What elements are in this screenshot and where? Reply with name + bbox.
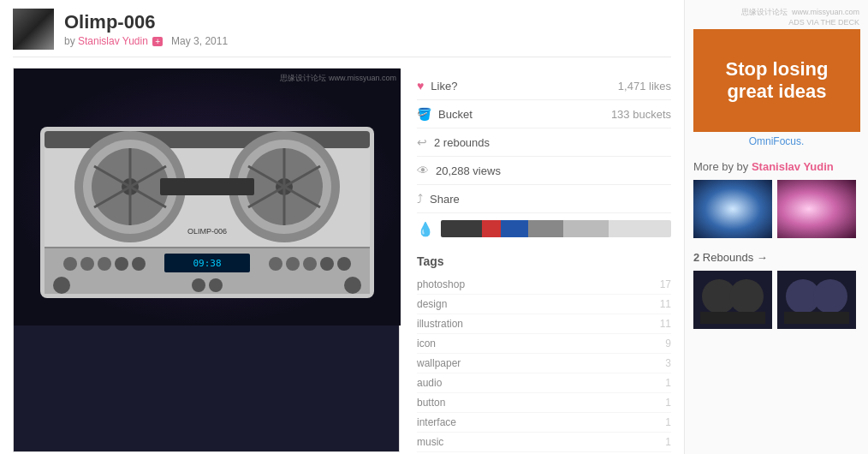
tag-link[interactable]: photoshop [417,278,465,290]
ad-image[interactable]: Stop losing great ideas [693,29,860,132]
share-button[interactable]: Share [430,193,460,206]
shot-date: May 3, 2011 [171,35,228,47]
tag-count: 17 [660,278,671,290]
svg-point-35 [209,278,223,292]
shot-title: Olimp-006 [64,11,671,33]
recorder-svg: 09:38 [27,75,387,320]
bucket-icon: 🪣 [417,107,431,121]
tag-row: icon9 [417,334,671,354]
svg-point-26 [132,257,146,271]
tag-row: audio1 [417,373,671,393]
like-row: ♥ Like? 1,471 likes [417,72,671,100]
more-by-title: More by by Stanislav Yudin [693,160,859,173]
more-by-author[interactable]: Stanislav Yudin [752,160,834,173]
shot-image[interactable]: 09:38 [14,69,401,326]
svg-point-43 [813,279,847,314]
tag-link[interactable]: icon [417,338,436,349]
svg-rect-19 [45,247,370,248]
rebound-thumb-1[interactable] [693,271,772,329]
tag-link[interactable]: design [417,298,447,310]
rebound-svg-1 [693,271,772,329]
rebounds-title: 2 Rebounds → [693,251,859,264]
more-by-section: More by by Stanislav Yudin [693,160,859,238]
svg-point-28 [286,257,300,271]
bucket-button[interactable]: Bucket [438,108,473,121]
heart-icon: ♥ [417,79,424,93]
rebounds-count: 2 [693,251,699,264]
tag-count: 3 [665,357,671,369]
svg-point-39 [729,279,764,314]
tag-link[interactable]: interface [417,416,456,428]
tags-section: Tags photoshop17design11illustration11ic… [417,254,671,452]
main-column: Olimp-006 by Stanislav Yudin + May 3, 20… [0,0,684,454]
color-swatch-bar [441,220,671,237]
views-row: 👁 20,288 views [417,157,671,185]
share-icon: ⤴ [417,192,423,206]
like-action: ♥ Like? [417,79,457,93]
watermark: 思缘设计论坛 www.missyuan.com [280,73,396,84]
more-thumbnails [693,180,859,238]
ad-text: Stop losing great ideas [693,50,860,112]
shot-icon [13,9,54,50]
like-count: 1,471 likes [618,80,671,93]
tags-container: photoshop17design11illustration11icon9wa… [417,275,671,452]
svg-text:09:38: 09:38 [193,258,221,269]
share-row: ⤴ Share [417,185,671,213]
swatch-4 [528,220,562,237]
shot-title-block: Olimp-006 by Stanislav Yudin + May 3, 20… [64,11,671,47]
drop-icon: 💧 [417,221,434,237]
svg-text:OLIMP-006: OLIMP-006 [187,227,227,236]
tag-count: 1 [665,416,671,428]
tags-title: Tags [417,254,671,268]
svg-point-30 [320,257,334,271]
views-icon: 👁 [417,164,429,177]
rebound-thumb-2[interactable] [777,271,856,329]
tag-link[interactable]: illustration [417,318,463,330]
svg-point-31 [337,257,351,271]
color-palette-row: 💧 [417,213,671,244]
svg-point-29 [303,257,317,271]
bucket-count: 133 buckets [611,108,671,121]
shot-header: Olimp-006 by Stanislav Yudin + May 3, 20… [13,9,671,57]
tag-link[interactable]: music [417,436,443,448]
tag-link[interactable]: wallpaper [417,357,461,369]
svg-point-27 [269,257,282,271]
more-thumb-2[interactable] [777,180,856,238]
rebound-svg-2 [777,271,856,329]
tag-count: 11 [660,318,671,330]
swatch-2 [482,220,501,237]
share-action: ⤴ Share [417,192,460,206]
rebounds-link[interactable]: 2 rebounds [434,136,490,149]
tag-count: 11 [660,298,671,310]
tag-row: button1 [417,393,671,413]
views-action: 👁 20,288 views [417,164,501,177]
more-thumb-1[interactable] [693,180,772,238]
tag-row: interface1 [417,413,671,433]
ad-header: 思缘设计论坛 www.missyuan.comADS VIA THE DECK [693,7,859,27]
bucket-action: 🪣 Bucket [417,107,473,121]
shot-meta: by Stanislav Yudin + May 3, 2011 [64,35,671,47]
svg-rect-40 [700,312,765,324]
like-button[interactable]: Like? [431,80,457,93]
ad-block: 思缘设计论坛 www.missyuan.comADS VIA THE DECK … [693,7,859,147]
tag-row: wallpaper3 [417,354,671,373]
bucket-row: 🪣 Bucket 133 buckets [417,100,671,128]
author-link[interactable]: Stanislav Yudin [78,35,148,47]
tag-link[interactable]: audio [417,377,442,389]
swatch-6 [609,220,671,237]
rebounds-action: ↩ 2 rebounds [417,135,490,149]
svg-point-34 [192,278,205,292]
swatch-3 [501,220,528,237]
tag-link[interactable]: button [417,397,445,409]
svg-point-22 [63,257,77,271]
svg-rect-17 [160,178,254,195]
svg-point-33 [344,277,361,294]
rebounds-icon: ↩ [417,135,427,149]
rebounds-row: ↩ 2 rebounds [417,128,671,157]
views-count: 20,288 views [436,164,501,177]
ad-link[interactable]: OmniFocus. [693,135,859,147]
svg-point-25 [115,257,128,271]
rebounds-label-link[interactable]: Rebounds → [703,251,768,264]
tag-count: 9 [665,338,671,349]
tag-row: design11 [417,295,671,314]
